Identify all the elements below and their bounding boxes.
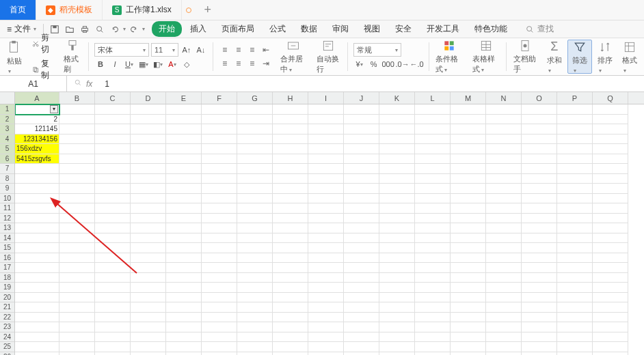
menu-审阅[interactable]: 审阅 (325, 21, 355, 37)
cell-L22[interactable] (415, 313, 451, 323)
cell-F25[interactable] (202, 342, 237, 352)
cell-J14[interactable] (344, 233, 379, 244)
col-header-L[interactable]: L (415, 92, 451, 104)
row-header-4[interactable]: 4 (0, 134, 14, 145)
qat-open-button[interactable] (63, 23, 77, 36)
cell-G21[interactable] (237, 302, 273, 313)
menu-特色功能[interactable]: 特色功能 (468, 21, 514, 37)
align-center-button[interactable]: ≡ (232, 57, 245, 70)
align-middle-button[interactable]: ≡ (232, 44, 245, 56)
cell-K11[interactable] (379, 203, 415, 214)
cell-P25[interactable] (557, 342, 593, 352)
cell-C15[interactable] (95, 243, 131, 253)
cell-E21[interactable] (166, 302, 202, 313)
col-header-N[interactable]: N (486, 92, 522, 104)
cell-F13[interactable] (202, 223, 237, 233)
cell-M1[interactable] (451, 104, 486, 115)
cell-P20[interactable] (557, 293, 593, 303)
cell-A11[interactable] (15, 203, 59, 214)
cell-F7[interactable] (202, 164, 237, 174)
cell-P16[interactable] (557, 253, 593, 264)
cell-K3[interactable] (379, 124, 415, 134)
cell-N17[interactable] (486, 263, 522, 273)
cell-C13[interactable] (95, 223, 131, 233)
cell-N12[interactable] (486, 214, 522, 224)
cell-K22[interactable] (379, 313, 415, 323)
cell-D16[interactable] (131, 253, 166, 264)
tab-file[interactable]: S 工作簿1.xlsx (103, 0, 182, 20)
cell-Q14[interactable] (593, 233, 628, 244)
cell-J7[interactable] (344, 164, 379, 174)
cell-B20[interactable] (59, 293, 95, 303)
cell-O13[interactable] (522, 223, 557, 233)
cell-I24[interactable] (308, 332, 344, 343)
cell-D4[interactable] (131, 134, 166, 145)
cell-A22[interactable] (15, 313, 59, 323)
cell-D21[interactable] (131, 302, 166, 313)
cell-O3[interactable] (522, 124, 557, 134)
cell-C9[interactable] (95, 184, 131, 194)
cell-I23[interactable] (308, 322, 344, 332)
cell-Q1[interactable] (593, 104, 628, 115)
cell-L8[interactable] (415, 174, 451, 184)
row-header-10[interactable]: 10 (0, 194, 14, 204)
cell-J5[interactable] (344, 144, 379, 154)
cell-A10[interactable] (15, 194, 59, 204)
col-header-K[interactable]: K (379, 92, 415, 104)
cell-A7[interactable] (15, 164, 59, 174)
cell-I19[interactable] (308, 283, 344, 293)
cell-P11[interactable] (557, 203, 593, 214)
cell-H8[interactable] (273, 174, 308, 184)
cell-C26[interactable] (95, 352, 131, 356)
cell-A3[interactable]: 121145 (15, 124, 59, 134)
cell-B4[interactable] (59, 134, 95, 145)
cell-O14[interactable] (522, 233, 557, 244)
cell-M12[interactable] (451, 214, 486, 224)
cell-F2[interactable] (202, 115, 237, 125)
cell-F5[interactable] (202, 144, 237, 154)
cell-A9[interactable] (15, 184, 59, 194)
row-header-26[interactable]: 26 (0, 352, 14, 356)
cell-C11[interactable] (95, 203, 131, 214)
cell-B17[interactable] (59, 263, 95, 273)
cell-H3[interactable] (273, 124, 308, 134)
cell-B25[interactable] (59, 342, 95, 352)
row-header-7[interactable]: 7 (0, 164, 14, 174)
cell-M16[interactable] (451, 253, 486, 264)
cell-P26[interactable] (557, 352, 593, 356)
cell-B26[interactable] (59, 352, 95, 356)
select-all-corner[interactable] (0, 92, 15, 104)
cell-I2[interactable] (308, 115, 344, 125)
cell-B5[interactable] (59, 144, 95, 154)
cell-D14[interactable] (131, 233, 166, 244)
cell-K9[interactable] (379, 184, 415, 194)
cell-L25[interactable] (415, 342, 451, 352)
cell-C1[interactable] (95, 104, 131, 115)
cell-I16[interactable] (308, 253, 344, 264)
cell-B11[interactable] (59, 203, 95, 214)
cell-F26[interactable] (202, 352, 237, 356)
cell-E25[interactable] (166, 342, 202, 352)
cell-I15[interactable] (308, 243, 344, 253)
cell-O25[interactable] (522, 342, 557, 352)
filter-dropdown-A[interactable]: ▾ (50, 105, 58, 113)
col-header-M[interactable]: M (451, 92, 486, 104)
cell-N25[interactable] (486, 342, 522, 352)
col-header-C[interactable]: C (95, 92, 131, 104)
cell-D9[interactable] (131, 184, 166, 194)
cell-G17[interactable] (237, 263, 273, 273)
cell-L15[interactable] (415, 243, 451, 253)
cell-Q17[interactable] (593, 263, 628, 273)
cell-A15[interactable] (15, 243, 59, 253)
cell-K15[interactable] (379, 243, 415, 253)
cell-M17[interactable] (451, 263, 486, 273)
cell-O10[interactable] (522, 194, 557, 204)
cell-B18[interactable] (59, 273, 95, 283)
cell-B10[interactable] (59, 194, 95, 204)
cell-C14[interactable] (95, 233, 131, 244)
undo-dropdown[interactable]: ▾ (123, 26, 126, 32)
align-bottom-button[interactable]: ≡ (246, 44, 258, 56)
cell-D12[interactable] (131, 214, 166, 224)
cell-G10[interactable] (237, 194, 273, 204)
cell-N2[interactable] (486, 115, 522, 125)
